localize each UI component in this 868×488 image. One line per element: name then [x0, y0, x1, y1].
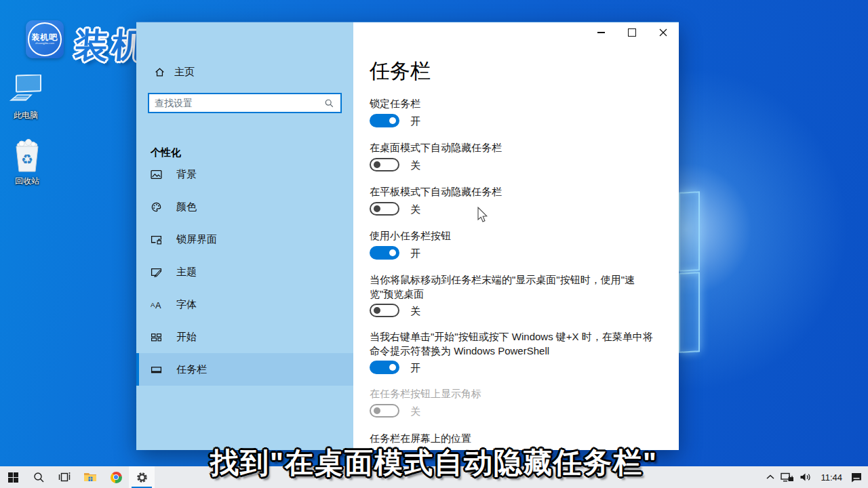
sidebar-item-label: 任务栏: [176, 363, 207, 376]
settings-sidebar: 主页 个性化 背景: [136, 22, 353, 450]
brand-logo-circle-sub: zhuangjiba.com: [35, 41, 54, 45]
maximize-icon: [628, 28, 636, 37]
sidebar-item-label: 开始: [176, 331, 197, 344]
sidebar-item-lock-screen[interactable]: 锁屏界面: [136, 223, 353, 256]
svg-text:♻: ♻: [21, 152, 33, 167]
close-icon: [659, 28, 667, 37]
toggle-peek-preview[interactable]: [370, 304, 399, 317]
fonts-icon: A A: [151, 299, 162, 310]
sidebar-item-fonts[interactable]: A A 字体: [136, 288, 353, 321]
desktop-icon-this-pc[interactable]: 此电脑: [4, 75, 47, 121]
svg-text:A: A: [155, 300, 161, 310]
setting-label: 当你将鼠标移动到任务栏末端的"显示桌面"按钮时，使用"速览"预览桌面: [370, 272, 657, 301]
setting-label: 在桌面模式下自动隐藏任务栏: [370, 140, 657, 155]
close-button[interactable]: [648, 22, 679, 43]
sidebar-item-label: 颜色: [176, 201, 197, 214]
taskbar-icon: [151, 364, 162, 375]
toggle-autohide-tablet[interactable]: [370, 202, 399, 216]
maximize-button[interactable]: [616, 22, 648, 43]
toggle-autohide-desktop[interactable]: [370, 158, 399, 171]
sidebar-item-themes[interactable]: 主题: [136, 256, 353, 288]
sidebar-item-label: 背景: [176, 168, 197, 181]
video-subtitle: 找到"在桌面模式自动隐藏任务栏": [0, 444, 868, 482]
sidebar-item-label: 主题: [176, 266, 197, 279]
search-icon: [324, 98, 334, 108]
mouse-cursor: [477, 207, 489, 224]
sidebar-home[interactable]: 主页: [154, 63, 195, 81]
page-title: 任务栏: [370, 58, 431, 85]
toggle-small-buttons[interactable]: [370, 246, 399, 260]
brand-logo-circle: 装机吧 zhuangjiba.com: [28, 22, 62, 56]
start-icon: [151, 331, 162, 343]
toggle-lock-taskbar[interactable]: [370, 114, 399, 127]
sidebar-item-label: 字体: [176, 298, 197, 311]
setting-label: 使用小任务栏按钮: [370, 228, 657, 243]
minimize-icon: [597, 32, 605, 33]
lock-screen-icon: [151, 234, 162, 245]
setting-label: 在任务栏按钮上显示角标: [370, 386, 657, 401]
this-pc-icon: [8, 75, 43, 108]
sidebar-item-taskbar[interactable]: 任务栏: [136, 353, 353, 386]
sidebar-item-background[interactable]: 背景: [136, 158, 353, 190]
toggle-badges: [370, 404, 399, 418]
toggle-state: 开: [410, 115, 420, 128]
themes-icon: [151, 266, 162, 278]
brand-logo-tile: 装机吧 zhuangjiba.com: [26, 20, 64, 58]
desktop: 装机吧 zhuangjiba.com 装机吧 此电脑 ♻ 回收站: [0, 0, 868, 488]
window-controls: [585, 22, 679, 43]
colors-icon: [151, 201, 162, 213]
settings-search: [148, 93, 342, 113]
setting-label-position: 任务栏在屏幕上的位置: [370, 431, 657, 445]
settings-main-panel: 任务栏 锁定任务栏 开 在桌面模式下自动隐藏任务栏 关 在平板模式下自动隐藏任务…: [353, 22, 679, 450]
desktop-icon-label: 回收站: [5, 176, 49, 187]
sidebar-item-colors[interactable]: 颜色: [136, 190, 353, 223]
setting-label: 当我右键单击"开始"按钮或按下 Windows 键+X 时，在菜单中将命令提示符…: [370, 329, 657, 358]
toggle-state: 开: [410, 362, 420, 375]
wallpaper-pane: [679, 191, 700, 272]
toggle-state: 关: [410, 159, 420, 172]
brand-logo-circle-text: 装机吧: [32, 33, 58, 41]
toggle-state: 开: [410, 247, 420, 260]
toggle-state: 关: [410, 203, 420, 216]
desktop-icon-recycle-bin[interactable]: ♻ 回收站: [5, 139, 49, 187]
setting-label: 锁定任务栏: [370, 96, 657, 110]
search-input[interactable]: [149, 98, 324, 108]
recycle-bin-icon: ♻: [12, 139, 43, 174]
background-icon: [151, 169, 162, 180]
sidebar-home-label: 主页: [174, 66, 195, 79]
setting-label: 在平板模式下自动隐藏任务栏: [370, 184, 657, 199]
wallpaper-pane: [679, 272, 700, 353]
toggle-state: 关: [410, 305, 420, 318]
home-icon: [154, 66, 165, 78]
settings-window: 主页 个性化 背景: [136, 22, 679, 450]
toggle-state: 关: [410, 405, 420, 418]
sidebar-item-label: 锁屏界面: [176, 233, 217, 246]
toggle-powershell[interactable]: [370, 361, 399, 374]
sidebar-item-start[interactable]: 开始: [136, 321, 353, 353]
minimize-button[interactable]: [585, 22, 616, 43]
desktop-icon-label: 此电脑: [4, 110, 47, 121]
